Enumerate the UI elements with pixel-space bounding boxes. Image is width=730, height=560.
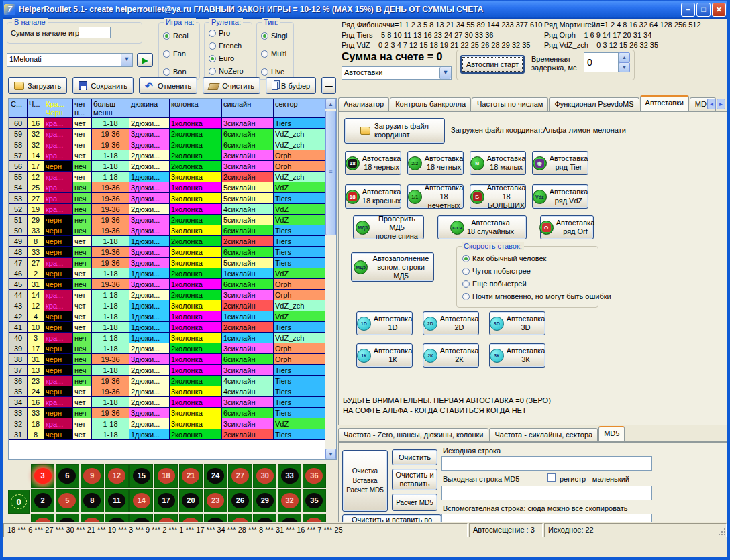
roulette-number-26[interactable]: 26 (228, 489, 252, 512)
column-header-column[interactable] (170, 109, 222, 118)
autobet-2k-button[interactable]: 2КАвтоставка2К (423, 343, 479, 368)
tab-функционал-psevdoms[interactable]: Функционал PsevdoMS (549, 97, 639, 111)
column-header-dozen[interactable] (129, 109, 170, 118)
roulette-number-18[interactable]: 18 (154, 464, 178, 488)
autobet-2d-button[interactable]: 2DАвтоставка2D (423, 311, 479, 335)
table-row[interactable]: 3623кра...неч19-362дюжи...2колонка4сикла… (9, 376, 327, 386)
roulette-number-15[interactable]: 15 (129, 464, 153, 488)
column-header-sector[interactable]: сектор (274, 99, 327, 109)
column-header-range[interactable]: менш (92, 109, 129, 118)
roulette-number-33[interactable]: 33 (278, 464, 301, 488)
autostakes-combo[interactable]: Автоставки ▼ (342, 66, 452, 80)
roulette-number-23[interactable]: 23 (204, 489, 227, 512)
table-row[interactable]: 5425кра...неч19-363дюжи...1колонка5сикла… (9, 182, 327, 193)
radio-option[interactable]: Fan (163, 48, 189, 60)
table-row[interactable]: 5512кра...чет1-181дюжи...3колонка2сиклай… (9, 172, 327, 182)
table-row[interactable]: 5219кра...неч19-362дюжи...1колонка4сикла… (9, 204, 327, 215)
autobet-3d-button[interactable]: 3DАвтоставка3D (489, 311, 545, 335)
radio-option[interactable]: Как обычный человек (462, 252, 611, 264)
radio-option[interactable]: Bon (163, 66, 189, 78)
table-row[interactable]: 5617черннеч1-182дюжи...2колонка3сиклайнO… (9, 161, 327, 172)
column-header-sixline[interactable] (222, 109, 274, 118)
scrollbar-thumb[interactable]: ≡ (325, 111, 336, 235)
table-row[interactable]: 5714кра...чет1-182дюжи...2колонка3сиклай… (9, 150, 327, 161)
radio-option[interactable]: Multi (261, 48, 287, 60)
table-row[interactable]: 6016кра...чет1-182дюжи...1колонка3сиклай… (9, 118, 327, 129)
roulette-number-5[interactable]: 5 (56, 489, 79, 512)
table-row[interactable]: 3524чернчет19-362дюжи...3колонка4сиклайн… (9, 386, 327, 397)
start-sum-input[interactable] (79, 27, 111, 38)
clear-button[interactable]: Очистить (203, 77, 260, 94)
delay-input[interactable]: 0 (584, 52, 619, 72)
load-button[interactable]: Загрузить (8, 77, 67, 94)
md5-clear-and-paste-button[interactable]: Очистить и вставить (392, 469, 437, 490)
close-button[interactable]: ✕ (712, 3, 726, 17)
radio-option[interactable]: NoZero (209, 65, 244, 77)
column-header-spin[interactable]: С... (9, 99, 28, 109)
autobet-18-black-button[interactable]: 18Автоставка18 черных (345, 151, 401, 175)
check-md5-after-spin-button[interactable]: МД5Проверить МД5после спина (353, 215, 424, 239)
table-row[interactable]: 3831черннеч19-363дюжи...1колонка6сиклайн… (9, 354, 327, 365)
tab-частота-zero-шансы-дюжины-колонки[interactable]: Частота - Zero, шансы, дюжины, колонки (338, 428, 488, 441)
tab-автоставки[interactable]: Автоставки (640, 95, 689, 111)
radio-option[interactable]: Euro (209, 52, 244, 64)
preset-combo[interactable]: 1Melonati ▼ (7, 53, 133, 67)
roulette-number-30[interactable]: 30 (253, 464, 276, 488)
tab-контроль-банкролла[interactable]: Контроль банкролла (390, 97, 471, 111)
autofill-md5-helper-button[interactable]: МД5Автозаполнениевспом. строки МД5 (351, 252, 434, 282)
table-row[interactable]: 498чернчет1-181дюжи...2колонка2сиклайнTi… (9, 236, 327, 247)
table-row[interactable]: 5129черннеч19-363дюжи...2колонка5сиклайн… (9, 215, 327, 225)
spin-up-icon[interactable]: ▲ (619, 52, 630, 62)
table-row[interactable]: 4110чернчет1-181дюжи...1колонка2сиклайнT… (9, 322, 327, 333)
roulette-number-9[interactable]: 9 (81, 464, 104, 488)
autobet-18-random-button[interactable]: сл.чАвтоставка18 случайных (437, 215, 527, 239)
column-header-parity[interactable]: н... (73, 109, 92, 118)
column-header-color[interactable]: Черн (44, 109, 73, 118)
roulette-number-11[interactable]: 11 (105, 489, 128, 512)
table-row[interactable]: 3713черннеч1-182дюжи...1колонка3сиклайнT… (9, 365, 327, 376)
tab-scroll-left-icon[interactable]: ◄ (707, 99, 716, 109)
roulette-number-12[interactable]: 12 (105, 464, 128, 488)
roulette-number-36[interactable]: 36 (303, 464, 326, 488)
scroll-down-icon[interactable]: ▼ (325, 449, 336, 459)
roulette-number-32[interactable]: 32 (278, 489, 301, 512)
tab-анализатор[interactable]: Анализатор (338, 97, 389, 111)
autobet-18-small-button[interactable]: MАвтоставка18 малых (470, 151, 526, 175)
autobet-1k-button[interactable]: 1КАвтоставка1К (356, 343, 413, 368)
minimize-button[interactable]: – (681, 3, 695, 17)
roulette-number-3[interactable]: 3 (31, 464, 54, 488)
column-header-number[interactable] (28, 109, 44, 118)
load-coords-file-button[interactable]: Загрузить файлкоординат (344, 118, 445, 144)
autobet-18-red-button[interactable]: 18Автоставка18 красных (345, 184, 401, 209)
roulette-number-2[interactable]: 2 (31, 489, 54, 512)
table-row[interactable]: 4414кра...чет1-182дюжи...2колонка3сиклай… (9, 290, 327, 300)
table-row[interactable]: 4727кра...неч19-363дюжи...3колонка5сикла… (9, 258, 327, 268)
table-row[interactable]: 4833черннеч19-363дюжи...3колонка6сиклайн… (9, 247, 327, 258)
tab-частота-сиклайны-сектора[interactable]: Частота - сиклайны, сектора (489, 428, 598, 441)
maximize-button[interactable]: □ (696, 3, 711, 17)
column-header-parity[interactable]: чет (73, 99, 92, 109)
play-button[interactable]: ▶ (137, 53, 153, 67)
radio-option[interactable]: Почти мгновенно, но могут быть ошибки (462, 290, 611, 302)
roulette-number-29[interactable]: 29 (253, 489, 276, 512)
column-header-range[interactable]: больш (92, 99, 129, 109)
to-buffer-button[interactable]: В буфер (266, 77, 316, 94)
table-row[interactable]: 4531черннеч19-363дюжи...1колонка6сиклайн… (9, 279, 327, 290)
column-header-sixline[interactable]: сиклайн (222, 99, 274, 109)
tab-md5[interactable]: MD5 (598, 426, 625, 441)
column-header-sector[interactable] (274, 109, 327, 118)
radio-option[interactable]: Pro (209, 27, 244, 39)
autospin-start-button[interactable]: Автоспин старт (460, 55, 525, 74)
chevron-down-icon[interactable]: ▼ (121, 54, 132, 66)
register-checkbox[interactable] (548, 473, 556, 482)
table-row[interactable]: 462чернчет1-181дюжи...2колонка1сиклайнVd… (9, 268, 327, 279)
md5-calc-button[interactable]: Расчет MD5 (392, 494, 437, 511)
roulette-number-21[interactable]: 21 (179, 464, 203, 488)
column-header-number[interactable]: Ч... (28, 99, 44, 109)
table-row[interactable]: 3416кра...чет1-182дюжи...1колонка3сиклай… (9, 397, 327, 408)
roulette-number-27[interactable]: 27 (228, 464, 252, 488)
table-row[interactable]: 3333черннеч19-363дюжи...3колонка6сиклайн… (9, 408, 327, 418)
radio-option[interactable]: Singl (261, 30, 287, 42)
autobet-18-even-button[interactable]: 2/2Автоставка18 четных (407, 151, 464, 175)
column-header-spin[interactable] (9, 109, 28, 118)
